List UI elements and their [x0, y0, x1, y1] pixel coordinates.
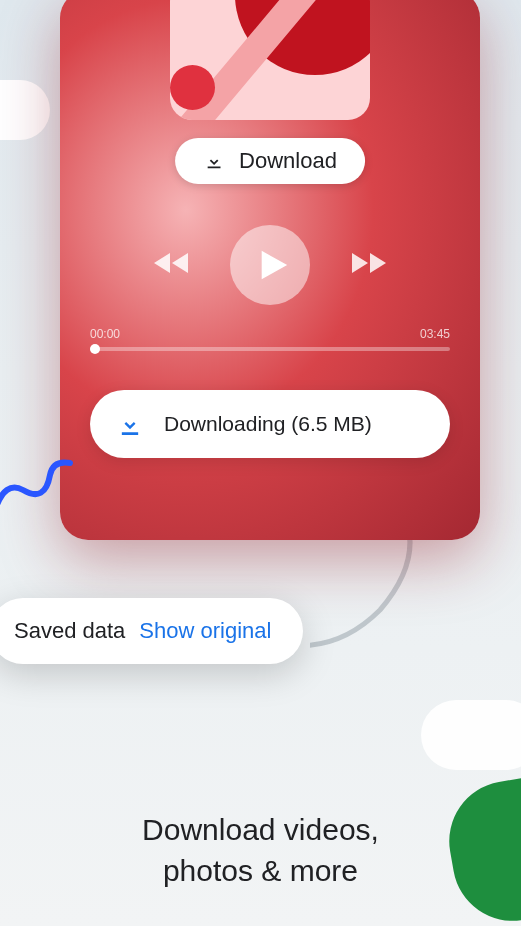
- forward-icon: [350, 251, 386, 275]
- saved-data-pill: Saved data Show original: [0, 598, 303, 664]
- headline-line-1: Download videos,: [0, 810, 521, 851]
- green-decoration: [440, 772, 521, 926]
- cloud-decoration: [0, 80, 50, 140]
- video-player-card: Download 00:00 03:45 Downloading (6.5 MB…: [60, 0, 480, 540]
- downloading-status-text: Downloading (6.5 MB): [164, 412, 372, 436]
- progress-area: 00:00 03:45: [90, 327, 450, 351]
- squiggle-decoration: [0, 455, 85, 525]
- rewind-button[interactable]: [154, 251, 190, 279]
- forward-button[interactable]: [350, 251, 386, 279]
- downloading-status-pill[interactable]: Downloading (6.5 MB): [90, 390, 450, 458]
- progress-bar[interactable]: [90, 347, 450, 351]
- play-icon: [256, 248, 290, 282]
- player-controls: [60, 225, 480, 305]
- download-progress-icon: [116, 410, 144, 438]
- download-icon: [203, 150, 225, 172]
- headline-line-2: photos & more: [0, 851, 521, 892]
- current-time: 00:00: [90, 327, 120, 341]
- rewind-icon: [154, 251, 190, 275]
- saved-data-label: Saved data: [14, 618, 125, 644]
- album-artwork: [170, 0, 370, 120]
- cloud-decoration: [421, 700, 521, 770]
- download-button[interactable]: Download: [175, 138, 365, 184]
- total-time: 03:45: [420, 327, 450, 341]
- download-button-label: Download: [239, 148, 337, 174]
- play-button[interactable]: [230, 225, 310, 305]
- show-original-link[interactable]: Show original: [139, 618, 271, 644]
- headline: Download videos, photos & more: [0, 810, 521, 891]
